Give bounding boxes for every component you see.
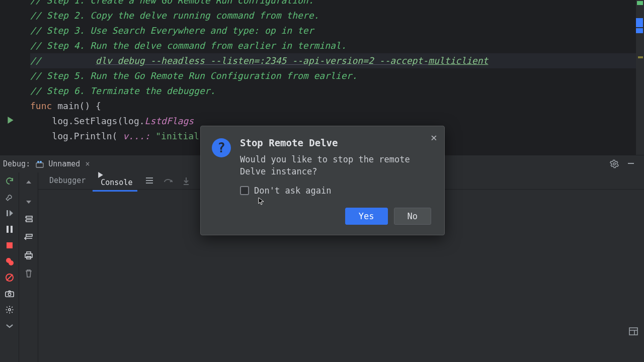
svg-rect-8 <box>7 242 13 248</box>
list-icon[interactable] <box>145 177 153 185</box>
code-line[interactable]: // Step 4. Run the delve command from ea… <box>30 38 644 53</box>
settings-icon[interactable] <box>610 159 619 168</box>
debug-settings-icon[interactable] <box>4 304 15 315</box>
frame-up-icon[interactable] <box>23 177 34 189</box>
checkbox-label: Don't ask again <box>254 186 332 196</box>
run-config-name[interactable]: Unnamed <box>48 159 80 168</box>
svg-point-15 <box>8 309 11 311</box>
checkbox-box[interactable] <box>240 186 249 195</box>
svg-point-14 <box>8 293 11 296</box>
debug-label: Debug: <box>3 159 30 168</box>
frames-list-icon[interactable] <box>23 214 34 225</box>
camera-icon[interactable] <box>4 288 15 299</box>
trash-icon[interactable] <box>23 268 34 279</box>
close-tab-icon[interactable]: × <box>85 159 90 168</box>
svg-rect-20 <box>27 252 31 254</box>
pause-icon[interactable] <box>4 224 15 235</box>
svg-rect-4 <box>628 163 634 164</box>
code-line[interactable]: // dlv debug --headless --listen=:2345 -… <box>30 53 644 68</box>
question-icon: ? <box>212 138 231 157</box>
dialog-message: Would you like to stop the remote Delve … <box>240 153 431 177</box>
print-icon[interactable] <box>23 250 34 261</box>
code-line[interactable]: func main() { <box>30 99 644 114</box>
svg-rect-17 <box>26 220 32 222</box>
svg-point-2 <box>40 161 42 163</box>
svg-line-12 <box>7 275 13 281</box>
tab-console[interactable]: Console <box>93 170 137 192</box>
svg-rect-0 <box>36 163 43 167</box>
run-gutter-icon[interactable] <box>7 117 14 124</box>
step-icon[interactable] <box>23 232 34 243</box>
svg-point-10 <box>9 260 14 265</box>
debug-left-toolbar <box>0 172 19 362</box>
layout-icon[interactable] <box>629 327 638 335</box>
scroll-marker <box>636 18 643 27</box>
rerun-icon[interactable] <box>4 175 15 187</box>
svg-rect-22 <box>629 328 637 335</box>
code-line[interactable]: // Step 3. Use Search Everywhere and typ… <box>30 23 644 38</box>
tab-debugger[interactable]: Debugger <box>44 174 91 188</box>
step-over-icon[interactable] <box>164 177 173 185</box>
scroll-marker <box>636 28 643 33</box>
close-icon[interactable]: × <box>431 131 437 144</box>
wrench-icon[interactable] <box>4 192 15 203</box>
stop-delve-dialog: ? × Stop Remote Delve Would you like to … <box>200 126 445 235</box>
svg-rect-19 <box>25 254 32 257</box>
breakpoints-icon[interactable] <box>4 256 15 267</box>
tab-label: Console <box>101 178 132 187</box>
no-button[interactable]: No <box>394 208 431 225</box>
svg-point-3 <box>613 163 616 165</box>
svg-rect-7 <box>11 226 13 233</box>
svg-rect-5 <box>7 210 8 216</box>
warning-marker <box>638 56 643 58</box>
dont-ask-checkbox[interactable]: Don't ask again <box>240 186 431 196</box>
more-icon[interactable] <box>4 320 15 331</box>
svg-rect-18 <box>26 234 32 236</box>
svg-point-1 <box>37 161 39 163</box>
inspection-ok-marker <box>637 1 643 5</box>
code-line[interactable]: // Step 5. Run the Go Remote Run Configu… <box>30 68 644 83</box>
code-line[interactable]: // Step 1. Create a new Go Remote Run Co… <box>30 0 644 8</box>
editor-marker-strip[interactable] <box>636 0 644 155</box>
yes-button[interactable]: Yes <box>345 208 388 225</box>
svg-rect-6 <box>7 226 9 233</box>
dialog-title: Stop Remote Delve <box>240 137 431 148</box>
run-config-icon <box>35 159 46 168</box>
svg-rect-16 <box>26 216 32 218</box>
resume-icon[interactable] <box>4 208 15 219</box>
tab-label: Debugger <box>49 176 86 185</box>
frame-down-icon[interactable] <box>23 196 34 207</box>
play-icon <box>98 172 132 178</box>
mute-breakpoints-icon[interactable] <box>4 272 15 283</box>
code-line[interactable]: // Step 6. Terminate the debugger. <box>30 83 644 99</box>
code-line[interactable]: // Step 2. Copy the delve running comman… <box>30 8 644 23</box>
stop-icon[interactable] <box>4 240 15 251</box>
step-into-icon[interactable] <box>183 177 190 185</box>
minimize-icon[interactable] <box>627 159 635 168</box>
debug-frames-toolbar <box>19 172 38 362</box>
